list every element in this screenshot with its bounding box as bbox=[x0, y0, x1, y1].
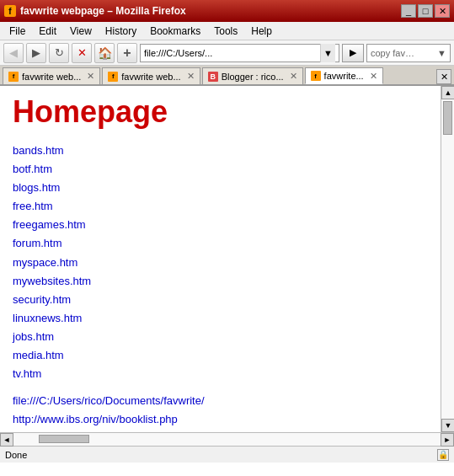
link-item-1[interactable]: http://www.ibs.org/niv/booklist.php bbox=[13, 410, 428, 429]
tab-3-icon: f bbox=[311, 71, 321, 81]
tab-2-icon: B bbox=[208, 72, 218, 82]
scroll-up-button[interactable]: ▲ bbox=[441, 86, 454, 99]
scroll-track-v[interactable] bbox=[441, 99, 454, 419]
search-dropdown-icon[interactable]: ▼ bbox=[437, 48, 446, 58]
tab-0-close[interactable]: ✕ bbox=[87, 71, 94, 82]
title-bar: f favwrite webpage – Mozilla Firefox _ □… bbox=[0, 0, 454, 22]
status-bar: Done 🔒 bbox=[0, 446, 454, 463]
security-icon: 🔒 bbox=[437, 449, 449, 461]
back-button[interactable]: ◀ bbox=[3, 43, 24, 63]
browser-icon: f bbox=[4, 5, 16, 17]
list-item[interactable]: freegames.htm bbox=[13, 216, 428, 234]
file-list: bands.htm botf.htm blogs.htm free.htm fr… bbox=[13, 142, 428, 383]
tab-0-label: favwrite web... bbox=[22, 72, 81, 82]
close-all-tabs-button[interactable]: ✕ bbox=[436, 69, 451, 84]
go-button[interactable]: ▶ bbox=[342, 44, 364, 62]
tab-1[interactable]: f favwrite web... ✕ bbox=[102, 67, 200, 84]
list-item[interactable]: security.htm bbox=[13, 291, 428, 309]
scroll-down-button[interactable]: ▼ bbox=[441, 419, 454, 432]
tab-0-icon: f bbox=[8, 72, 19, 82]
tab-0[interactable]: f favwrite web... ✕ bbox=[3, 67, 100, 84]
page-content: Homepage bands.htm botf.htm blogs.htm fr… bbox=[0, 86, 441, 432]
address-box[interactable]: file:///C:/Users/... ▼ bbox=[140, 44, 339, 62]
list-item[interactable]: blogs.htm bbox=[13, 179, 428, 197]
link-list: file:///C:/Users/rico/Documents/favwrite… bbox=[13, 392, 428, 432]
window-title: favwrite webpage – Mozilla Firefox bbox=[20, 5, 186, 17]
title-bar-buttons[interactable]: _ □ ✕ bbox=[401, 4, 450, 18]
title-bar-left: f favwrite webpage – Mozilla Firefox bbox=[4, 5, 186, 17]
nav-bar: ◀ ▶ ↻ ✕ 🏠 + file:///C:/Users/... ▼ ▶ cop… bbox=[0, 40, 454, 66]
tab-2-label: Blogger : rico... bbox=[222, 72, 284, 82]
search-text: copy fav… bbox=[371, 48, 437, 58]
stop-button[interactable]: ✕ bbox=[72, 43, 92, 63]
menu-bar: File Edit View History Bookmarks Tools H… bbox=[0, 22, 454, 40]
address-dropdown-button[interactable]: ▼ bbox=[320, 44, 335, 62]
horizontal-scrollbar[interactable]: ◄ ► bbox=[0, 432, 454, 446]
menu-history[interactable]: History bbox=[99, 24, 142, 39]
list-item[interactable]: botf.htm bbox=[13, 160, 428, 179]
tab-1-label: favwrite web... bbox=[121, 72, 180, 82]
maximize-button[interactable]: □ bbox=[418, 4, 433, 18]
list-item[interactable]: jobs.htm bbox=[13, 328, 428, 346]
tab-3[interactable]: f favwrite... ✕ bbox=[305, 67, 383, 84]
list-item[interactable]: mywebsites.htm bbox=[13, 272, 428, 291]
forward-button[interactable]: ▶ bbox=[26, 43, 46, 63]
address-bar-wrap: file:///C:/Users/... ▼ ▶ copy fav… ▼ bbox=[140, 44, 451, 62]
address-text: file:///C:/Users/... bbox=[144, 48, 320, 58]
tab-1-icon: f bbox=[108, 72, 118, 82]
link-item-0[interactable]: file:///C:/Users/rico/Documents/favwrite… bbox=[13, 392, 428, 410]
tab-3-label: favwrite... bbox=[324, 71, 364, 81]
list-item[interactable]: tv.htm bbox=[13, 365, 428, 383]
vertical-scrollbar[interactable]: ▲ ▼ bbox=[441, 86, 454, 432]
menu-edit[interactable]: Edit bbox=[33, 24, 62, 39]
tab-1-close[interactable]: ✕ bbox=[187, 71, 195, 82]
refresh-button[interactable]: ↻ bbox=[49, 43, 69, 63]
tab-2[interactable]: B Blogger : rico... ✕ bbox=[202, 67, 303, 84]
list-item[interactable]: free.htm bbox=[13, 197, 428, 216]
scroll-thumb-h[interactable] bbox=[39, 435, 89, 443]
menu-view[interactable]: View bbox=[64, 24, 98, 39]
status-right: 🔒 bbox=[437, 449, 449, 461]
search-box[interactable]: copy fav… ▼ bbox=[366, 44, 451, 62]
scroll-thumb-v[interactable] bbox=[443, 101, 452, 135]
menu-file[interactable]: File bbox=[3, 24, 31, 39]
list-item[interactable]: media.htm bbox=[13, 346, 428, 365]
scroll-right-button[interactable]: ► bbox=[441, 433, 454, 447]
list-item[interactable]: linuxnews.htm bbox=[13, 309, 428, 328]
list-item[interactable]: bands.htm bbox=[13, 142, 428, 160]
menu-help[interactable]: Help bbox=[245, 24, 278, 39]
menu-tools[interactable]: Tools bbox=[208, 24, 243, 39]
list-item[interactable]: forum.htm bbox=[13, 234, 428, 253]
menu-bookmarks[interactable]: Bookmarks bbox=[144, 24, 206, 39]
list-item[interactable]: myspace.htm bbox=[13, 254, 428, 272]
home-button[interactable]: 🏠 bbox=[94, 43, 115, 63]
page-heading: Homepage bbox=[13, 94, 428, 130]
scroll-track-h[interactable] bbox=[13, 433, 441, 446]
scroll-left-button[interactable]: ◄ bbox=[0, 433, 13, 447]
tab-2-close[interactable]: ✕ bbox=[290, 71, 297, 82]
minimize-button[interactable]: _ bbox=[401, 4, 416, 18]
tab-3-close[interactable]: ✕ bbox=[370, 71, 377, 82]
add-bookmark-button[interactable]: + bbox=[117, 43, 137, 63]
status-text: Done bbox=[5, 450, 27, 460]
tabs-bar: f favwrite web... ✕ f favwrite web... ✕ … bbox=[0, 66, 454, 86]
close-button[interactable]: ✕ bbox=[435, 4, 450, 18]
